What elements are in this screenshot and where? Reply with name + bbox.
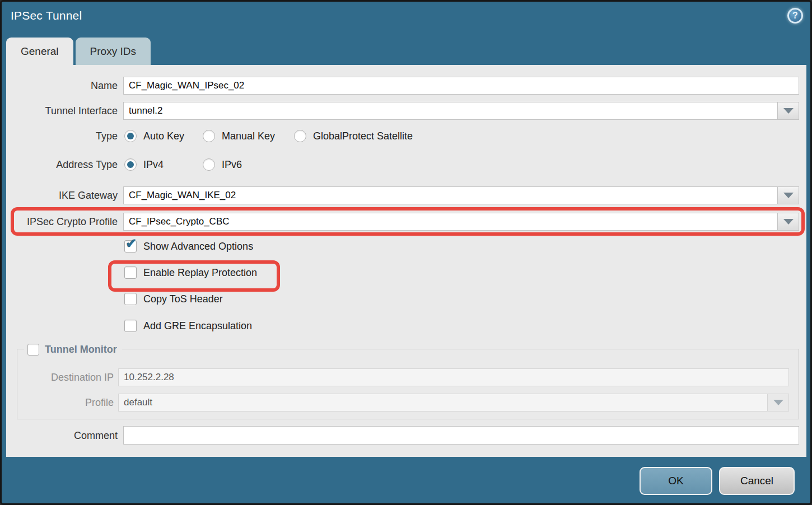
radio-button-icon[interactable] [124,158,137,171]
chevron-down-icon [783,219,794,225]
radio-button-icon[interactable] [294,130,306,142]
radio-ipv4[interactable]: IPv4 [124,158,203,171]
option-add-gre-encapsulation[interactable]: Add GRE Encapsulation [124,320,252,332]
tab-bar: General Proxy IDs [6,38,151,65]
ike-gateway-label: IKE Gateway [6,186,118,204]
checkbox-label: Add GRE Encapsulation [143,320,252,332]
dialog-title: IPSec Tunnel [11,9,82,22]
checkbox-icon[interactable] [124,266,137,279]
ipsec-tunnel-dialog: IPSec Tunnel ? General Proxy IDs Name Tu… [0,0,812,505]
tunnel-interface-combo [123,102,799,120]
tunnel-interface-dropdown-button[interactable] [777,102,799,119]
ipsec-crypto-profile-combo [123,213,799,231]
ike-gateway-combo [123,186,799,204]
checkmark-icon: ✔ [125,237,137,250]
option-copy-tos-header[interactable]: Copy ToS Header [124,293,223,305]
cancel-button[interactable]: Cancel [719,467,795,495]
checkbox-icon[interactable] [124,320,137,332]
profile-combo [118,394,789,412]
tunnel-monitor-checkbox[interactable] [27,344,39,356]
ipsec-crypto-profile-input[interactable] [124,213,777,230]
address-type-radio-group: IPv4 IPv6 [124,158,242,171]
radio-auto-key[interactable]: Auto Key [124,130,203,142]
checkbox-label: Enable Replay Protection [143,267,257,279]
tab-proxy-ids[interactable]: Proxy IDs [76,38,151,65]
option-show-advanced[interactable]: ✔ Show Advanced Options [124,240,253,252]
tunnel-monitor-label: Tunnel Monitor [45,344,117,356]
tunnel-interface-label: Tunnel Interface [6,102,118,120]
radio-button-icon[interactable] [203,130,215,142]
name-label: Name [6,77,118,95]
type-label: Type [6,129,118,143]
radio-label: Auto Key [143,130,184,142]
tunnel-monitor-legend: Tunnel Monitor [24,342,122,357]
radio-button-icon[interactable] [124,130,137,142]
radio-globalprotect-satellite[interactable]: GlobalProtect Satellite [294,130,413,142]
radio-manual-key[interactable]: Manual Key [203,130,294,142]
profile-input [119,394,767,411]
tunnel-monitor-fieldset: Tunnel Monitor Destination IP Profile [17,349,799,419]
general-tab-panel: Name Tunnel Interface Type Auto Key Manu… [6,65,806,457]
tab-general[interactable]: General [6,38,73,65]
ike-gateway-input[interactable] [124,187,777,204]
ipsec-crypto-profile-label: IPSec Crypto Profile [6,213,118,231]
ike-gateway-dropdown-button[interactable] [777,187,799,204]
chevron-down-icon [773,400,783,405]
chevron-down-icon [783,193,794,198]
destination-ip-label: Destination IP [2,368,114,386]
checkbox-label: Copy ToS Header [143,293,223,305]
profile-dropdown-button [767,394,788,411]
checkbox-icon-checked[interactable]: ✔ [124,240,137,252]
profile-label: Profile [2,394,114,412]
option-enable-replay-protection[interactable]: Enable Replay Protection [124,266,257,279]
radio-label: IPv6 [222,159,242,171]
type-radio-group: Auto Key Manual Key GlobalProtect Satell… [124,130,413,142]
name-input[interactable] [123,77,799,95]
radio-label: GlobalProtect Satellite [313,130,413,142]
radio-ipv6[interactable]: IPv6 [203,158,242,171]
comment-input[interactable] [123,426,799,445]
help-icon[interactable]: ? [787,8,803,24]
radio-button-icon[interactable] [203,158,215,171]
ipsec-crypto-profile-dropdown-button[interactable] [777,213,799,230]
address-type-label: Address Type [6,157,118,172]
comment-label: Comment [6,427,118,445]
checkbox-icon[interactable] [124,293,137,305]
destination-ip-input [118,368,789,386]
tunnel-interface-input[interactable] [124,102,777,119]
radio-label: Manual Key [222,130,275,142]
ok-button[interactable]: OK [640,467,712,495]
checkbox-label: Show Advanced Options [143,241,253,252]
chevron-down-icon [783,108,794,114]
radio-label: IPv4 [143,159,164,171]
